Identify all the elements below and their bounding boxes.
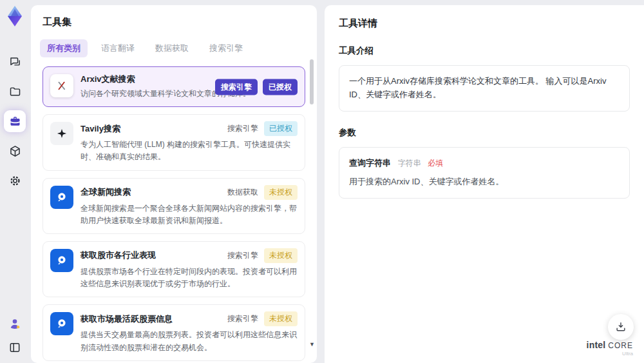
status-badge: 已授权 — [263, 79, 298, 95]
brand-subtext: Ultra — [587, 351, 633, 357]
status-badge: 未授权 — [264, 185, 298, 200]
category-badge: 搜索引擎 — [215, 79, 258, 95]
tavily-star-icon — [50, 122, 73, 145]
tool-title: 获取股市各行业表现 — [80, 250, 156, 261]
download-button[interactable] — [608, 314, 634, 340]
intro-heading: 工具介绍 — [339, 45, 630, 57]
param-box: 查询字符串 字符串 必填 用于搜索的Arxiv ID、关键字或作者姓名。 — [339, 147, 630, 199]
param-description: 用于搜索的Arxiv ID、关键字或作者姓名。 — [349, 175, 620, 189]
status-badge: 未授权 — [264, 311, 298, 326]
tab-language-translation[interactable]: 语言翻译 — [94, 39, 142, 57]
folder-icon[interactable] — [4, 81, 26, 103]
news-bubble-icon — [50, 312, 73, 335]
list-scrollbar[interactable] — [310, 58, 314, 357]
tool-list: Arxiv文献搜索 访问各个研究领域大量科学论文和文章的存储库。 搜索引擎 已授… — [43, 66, 305, 363]
category-label: 搜索引擎 — [227, 313, 258, 324]
intro-box: 一个用于从Arxiv存储库搜索科学论文和文章的工具。 输入可以是Arxiv ID… — [339, 65, 630, 112]
app-logo — [5, 5, 25, 28]
tool-description: 提供股票市场各个行业在特定时间段内的表现。投资者可以利用这些信息来识别表现优于或… — [80, 266, 298, 290]
scroll-down-icon[interactable]: ▼ — [309, 342, 315, 348]
intro-text: 一个用于从Arxiv存储库搜索科学论文和文章的工具。 输入可以是Arxiv ID… — [349, 76, 606, 99]
user-icon[interactable] — [5, 315, 24, 333]
tools-panel: 工具集 所有类别 语言翻译 数据获取 搜索引擎 Arxiv文献搜索 访问各个研究… — [31, 5, 317, 363]
news-bubble-icon — [50, 186, 73, 209]
tab-all-categories[interactable]: 所有类别 — [40, 39, 88, 57]
news-bubble-icon — [50, 249, 73, 272]
intel-core-logo: intel CORE Ultra — [587, 340, 633, 357]
category-tabs: 所有类别 语言翻译 数据获取 搜索引擎 — [40, 39, 305, 57]
arxiv-icon — [50, 74, 73, 97]
params-heading: 参数 — [339, 127, 630, 139]
tool-card-sector-performance[interactable]: 获取股市各行业表现 搜索引擎 未授权 提供股票市场各个行业在特定时间段内的表现。… — [43, 241, 305, 297]
tool-detail-panel: 工具详情 工具介绍 一个用于从Arxiv存储库搜索科学论文和文章的工具。 输入可… — [325, 5, 644, 363]
tool-title: 全球新闻搜索 — [80, 186, 131, 198]
sidebar-nav — [4, 51, 26, 191]
scrollbar-thumb[interactable] — [310, 59, 314, 104]
detail-title: 工具详情 — [339, 17, 630, 30]
category-label: 搜索引擎 — [227, 250, 258, 261]
tool-description: 全球新闻搜索是一个聚合全球各大新闻网站内容的搜索引擎，帮助用户快速获取全球最新资… — [80, 202, 298, 227]
status-badge: 未授权 — [264, 248, 298, 263]
tool-title: Arxiv文献搜索 — [80, 74, 135, 85]
category-label: 搜索引擎 — [227, 123, 258, 134]
toolbox-icon[interactable] — [4, 110, 26, 132]
tool-description: 提供当天交易量最高的股票列表。投资者可以利用这些信息来识别流动性强的股票和潜在的… — [80, 329, 298, 353]
tool-title: Tavily搜索 — [80, 123, 120, 135]
param-type: 字符串 — [398, 159, 421, 168]
param-header: 查询字符串 字符串 必填 — [349, 157, 620, 170]
page-title: 工具集 — [43, 16, 305, 28]
tool-card-arxiv[interactable]: Arxiv文献搜索 访问各个研究领域大量科学论文和文章的存储库。 搜索引擎 已授… — [43, 66, 305, 107]
panel-toggle-icon[interactable] — [5, 338, 24, 357]
tool-badges: 搜索引擎 已授权 — [215, 79, 298, 95]
status-badge: 已授权 — [264, 121, 298, 136]
param-name: 查询字符串 — [349, 158, 391, 168]
tab-data-fetching[interactable]: 数据获取 — [148, 39, 196, 57]
param-required-label: 必填 — [428, 159, 443, 168]
tool-card-global-news[interactable]: 全球新闻搜索 数据获取 未授权 全球新闻搜索是一个聚合全球各大新闻网站内容的搜索… — [43, 178, 305, 234]
chat-icon[interactable] — [4, 51, 26, 73]
tool-card-most-active-stocks[interactable]: 获取市场最活跃股票信息 搜索引擎 未授权 提供当天交易量最高的股票列表。投资者可… — [43, 304, 305, 360]
tool-card-tavily[interactable]: Tavily搜索 搜索引擎 已授权 专为人工智能代理 (LLM) 构建的搜索引擎… — [43, 114, 305, 170]
intel-wordmark: intel — [587, 340, 606, 350]
tab-search-engine[interactable]: 搜索引擎 — [202, 39, 250, 57]
tool-description: 专为人工智能代理 (LLM) 构建的搜索引擎工具。可快速提供实时、准确和真实的结… — [80, 139, 298, 163]
category-label: 数据获取 — [227, 187, 258, 198]
tool-title: 获取市场最活跃股票信息 — [80, 313, 173, 325]
core-wordmark: CORE — [608, 342, 633, 350]
settings-icon[interactable] — [4, 170, 26, 191]
cube-icon[interactable] — [4, 140, 26, 162]
sidebar — [0, 0, 30, 363]
sidebar-bottom — [0, 315, 30, 357]
